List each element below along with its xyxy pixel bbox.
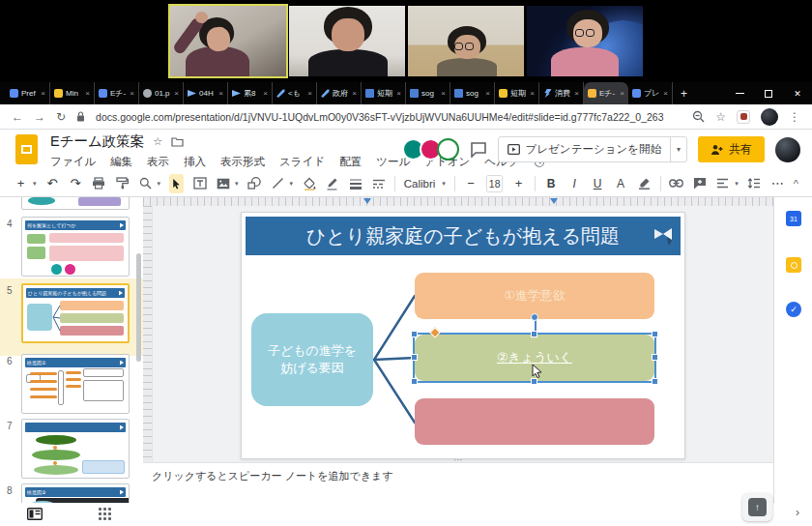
browser-tab[interactable]: 政府×	[317, 82, 362, 104]
present-dropdown[interactable]: ▾	[670, 137, 686, 161]
filmstrip-scrollbar[interactable]	[136, 253, 141, 362]
select-tool-button[interactable]	[169, 174, 184, 193]
insert-image-dropdown[interactable]: ▾	[235, 180, 239, 188]
forward-icon[interactable]: →	[34, 110, 45, 124]
calendar-icon[interactable]: 31	[786, 211, 801, 226]
grid-view-icon[interactable]	[99, 508, 111, 520]
browser-tab-active[interactable]: Eチ-×	[584, 82, 628, 104]
filmstrip-view-icon[interactable]	[27, 508, 43, 520]
assistant-widget-button[interactable]: ↑	[742, 493, 772, 521]
menu-view[interactable]: 表示	[147, 155, 169, 169]
menu-arrange[interactable]: 配置	[339, 155, 362, 169]
text-box-button[interactable]	[192, 174, 207, 193]
font-size-input[interactable]: 18	[486, 175, 502, 192]
bookmark-star-icon[interactable]: ☆	[715, 110, 726, 124]
reload-icon[interactable]: ↻	[56, 110, 66, 124]
browser-menu-icon[interactable]: ⋮	[789, 110, 800, 124]
factor-box-3[interactable]	[415, 398, 654, 445]
move-folder-icon[interactable]	[171, 136, 184, 147]
browser-tab[interactable]: Pref×	[6, 82, 50, 104]
minimize-button[interactable]	[725, 82, 754, 104]
factor-box-1[interactable]: ①進学意欲	[415, 273, 654, 319]
menu-slide[interactable]: スライド	[279, 155, 325, 169]
fill-color-button[interactable]	[302, 174, 316, 193]
slides-logo-icon[interactable]	[15, 134, 38, 164]
video-tile-3[interactable]	[408, 6, 524, 76]
browser-tab[interactable]: 短期×	[495, 82, 539, 104]
ruler-marker[interactable]	[550, 198, 558, 204]
doc-title[interactable]: Eチーム政策案	[50, 132, 144, 151]
font-name-select[interactable]: Calibri	[404, 178, 437, 190]
browser-tab[interactable]: 01.p×	[139, 82, 184, 104]
underline-button[interactable]: U	[591, 174, 605, 193]
menu-edit[interactable]: 編集	[110, 155, 132, 169]
close-tab-icon[interactable]: ×	[218, 89, 223, 98]
resize-handle[interactable]	[531, 331, 537, 337]
resize-handle[interactable]	[531, 378, 537, 385]
browser-tab[interactable]: sog×	[450, 82, 495, 104]
menu-format[interactable]: 表示形式	[220, 155, 265, 169]
close-tab-icon[interactable]: ×	[620, 89, 624, 98]
account-avatar[interactable]	[775, 137, 800, 162]
border-color-button[interactable]	[325, 174, 339, 193]
line-spacing-button[interactable]	[747, 174, 762, 193]
close-tab-icon[interactable]: ×	[441, 89, 446, 98]
border-weight-button[interactable]	[348, 174, 362, 193]
browser-tab[interactable]: プレ×	[628, 82, 673, 104]
rotation-handle[interactable]	[531, 313, 538, 321]
new-tab-button[interactable]: +	[673, 82, 695, 104]
slide-thumbnail-4[interactable]: 何を施策として打つか	[21, 217, 130, 277]
resize-handle[interactable]	[652, 378, 658, 385]
collapse-rail-icon[interactable]: ›	[796, 506, 799, 519]
back-icon[interactable]: ←	[12, 110, 23, 124]
zoom-dropdown[interactable]: ▾	[158, 180, 161, 188]
url-input[interactable]: docs.google.com/presentation/d/1jVNVU-1U…	[96, 111, 682, 123]
close-tab-icon[interactable]: ×	[263, 89, 268, 98]
video-tile-2[interactable]	[289, 6, 405, 76]
browser-tab[interactable]: <も×	[273, 82, 317, 104]
extension-icon[interactable]	[737, 110, 750, 124]
resize-handle[interactable]	[652, 354, 658, 361]
browser-profile-avatar[interactable]	[761, 108, 778, 126]
insert-shape-button[interactable]	[247, 174, 262, 193]
slide-editor-surface[interactable]: ひとり親家庭の子どもが抱える問題 子どもの進学を妨げる要因 ①進学意欲 ②きょう…	[241, 212, 685, 459]
comment-icon[interactable]	[470, 141, 487, 158]
slide-thumbnail-7[interactable]	[21, 419, 130, 479]
notes-resize-handle[interactable]: ⋯	[453, 454, 463, 465]
border-dash-button[interactable]	[371, 174, 386, 193]
text-color-button[interactable]: A	[614, 174, 628, 193]
insert-link-button[interactable]	[669, 174, 683, 193]
share-button[interactable]: 共有	[698, 136, 765, 162]
zoom-indicator-icon[interactable]	[692, 110, 705, 123]
collapse-toolbar-button[interactable]: ^	[794, 178, 798, 190]
font-name-dropdown[interactable]: ▾	[442, 180, 446, 188]
bold-button[interactable]: B	[544, 174, 559, 193]
font-size-decrease[interactable]: −	[463, 174, 478, 193]
close-tab-icon[interactable]: ×	[663, 89, 668, 98]
menu-file[interactable]: ファイル	[50, 155, 96, 169]
collaborator-avatar[interactable]	[437, 138, 459, 161]
video-tile-4[interactable]	[527, 6, 643, 76]
zoom-tool-button[interactable]	[138, 174, 153, 193]
more-options-button[interactable]: ⋯	[770, 174, 785, 193]
undo-button[interactable]: ↶	[45, 174, 60, 193]
slide-canvas[interactable]: ひとり親家庭の子どもが抱える問題 子どもの進学を妨げる要因 ①進学意欲 ②きょう…	[153, 206, 773, 462]
speaker-notes[interactable]: ⋯ クリックするとスピーカー ノートを追加できます	[143, 462, 773, 488]
insert-line-button[interactable]	[271, 174, 285, 193]
paint-format-button[interactable]	[115, 174, 130, 193]
insert-image-button[interactable]	[216, 174, 230, 193]
italic-button[interactable]: I	[567, 174, 582, 193]
close-tab-icon[interactable]: ×	[530, 89, 535, 98]
close-tab-icon[interactable]: ×	[41, 89, 45, 98]
align-dropdown[interactable]: ▾	[735, 180, 739, 188]
font-size-increase[interactable]: +	[511, 174, 526, 193]
menu-insert[interactable]: 挿入	[184, 155, 206, 169]
browser-tab[interactable]: 消費×	[539, 82, 584, 104]
print-button[interactable]	[92, 174, 106, 193]
browser-tab[interactable]: Eチ-×	[95, 82, 139, 104]
add-comment-button[interactable]	[692, 174, 707, 193]
insert-line-dropdown[interactable]: ▾	[290, 180, 294, 188]
close-tab-icon[interactable]: ×	[396, 89, 401, 98]
align-button[interactable]	[715, 174, 730, 193]
ruler-marker[interactable]	[363, 198, 371, 204]
